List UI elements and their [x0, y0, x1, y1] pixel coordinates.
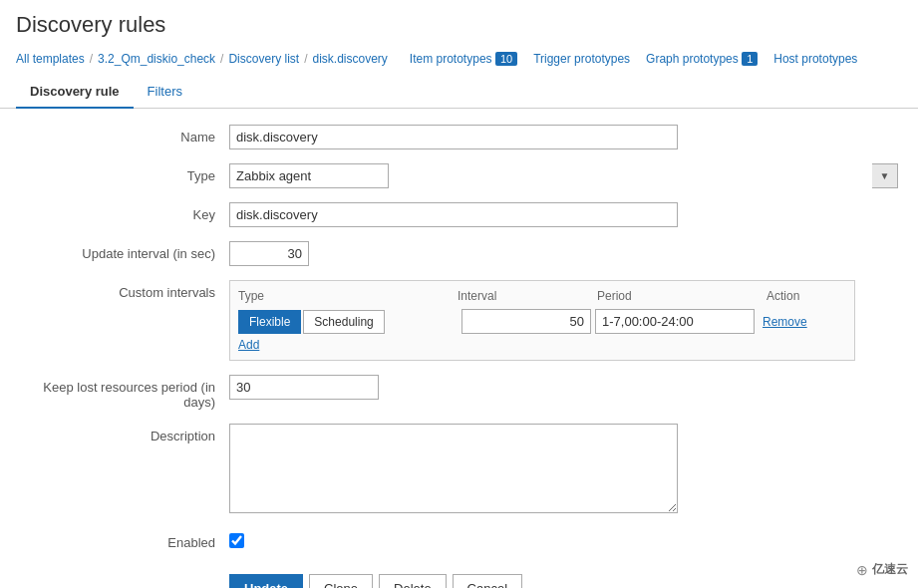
- enabled-row: Enabled: [20, 530, 898, 550]
- update-interval-input[interactable]: [229, 241, 309, 266]
- enabled-field: [229, 530, 898, 548]
- key-label: Key: [20, 202, 229, 222]
- nav-trigger-prototypes[interactable]: Trigger prototypes: [533, 52, 630, 66]
- col-period-header: Period: [597, 289, 766, 303]
- custom-intervals-container: Type Interval Period Action Flexible Sch…: [229, 280, 855, 361]
- col-interval-header: Interval: [458, 289, 597, 303]
- name-row: Name: [20, 125, 898, 149]
- description-textarea[interactable]: [229, 424, 678, 513]
- update-interval-row: Update interval (in sec): [20, 241, 898, 266]
- form-container: Name Type Zabbix agent Zabbix agent (act…: [0, 109, 918, 588]
- nav-graph-prototypes[interactable]: Graph prototypes 1: [646, 52, 758, 66]
- intervals-header: Type Interval Period Action: [238, 289, 846, 303]
- interval-row-0: Flexible Scheduling Remove: [238, 309, 846, 334]
- breadcrumb-discovery-list[interactable]: Discovery list: [228, 52, 299, 66]
- tab-filters[interactable]: Filters: [134, 76, 196, 109]
- breadcrumb-sep-3: /: [304, 52, 307, 66]
- breadcrumb-sep-1: /: [90, 52, 93, 66]
- breadcrumb-disk-discovery[interactable]: disk.discovery: [312, 52, 387, 66]
- period-value-input[interactable]: [595, 309, 755, 334]
- description-row: Description: [20, 424, 898, 516]
- key-row: Key: [20, 202, 898, 227]
- page-header: Discovery rules All templates / 3.2_Qm_d…: [0, 0, 918, 109]
- name-field: [229, 125, 898, 149]
- col-action-header: Action: [766, 289, 846, 303]
- page-title: Discovery rules: [16, 12, 902, 38]
- enabled-checkbox[interactable]: [229, 533, 244, 548]
- keep-lost-input[interactable]: [229, 375, 379, 400]
- custom-intervals-row: Custom intervals Type Interval Period Ac…: [20, 280, 898, 361]
- update-button[interactable]: Update: [229, 574, 303, 588]
- form-actions: Update Clone Delete Cancel: [20, 564, 898, 588]
- description-field: [229, 424, 898, 516]
- add-interval-button[interactable]: Add: [238, 338, 259, 352]
- remove-button[interactable]: Remove: [763, 315, 807, 329]
- nav-item-prototypes[interactable]: Item prototypes 10: [410, 52, 517, 66]
- interval-value-input[interactable]: [461, 309, 591, 334]
- key-field: [229, 202, 898, 227]
- keep-lost-field: [229, 375, 898, 400]
- breadcrumb-sep-2: /: [220, 52, 223, 66]
- type-select-wrapper: Zabbix agent Zabbix agent (active) Simpl…: [229, 163, 898, 188]
- enabled-checkbox-wrapper: [229, 530, 898, 548]
- tab-discovery-rule[interactable]: Discovery rule: [16, 76, 134, 109]
- watermark: ⊕ 亿速云: [856, 561, 908, 578]
- cancel-button[interactable]: Cancel: [453, 574, 522, 588]
- name-input[interactable]: [229, 125, 678, 149]
- update-interval-field: [229, 241, 898, 266]
- custom-intervals-field: Type Interval Period Action Flexible Sch…: [229, 280, 898, 361]
- keep-lost-row: Keep lost resources period (in days): [20, 375, 898, 410]
- btn-scheduling[interactable]: Scheduling: [303, 310, 384, 334]
- enabled-label: Enabled: [20, 530, 229, 550]
- select-arrow-icon: ▼: [872, 163, 898, 188]
- watermark-text: 亿速云: [872, 561, 908, 578]
- description-label: Description: [20, 424, 229, 443]
- delete-button[interactable]: Delete: [379, 574, 447, 588]
- update-interval-label: Update interval (in sec): [20, 241, 229, 261]
- breadcrumb-template[interactable]: 3.2_Qm_diskio_check: [98, 52, 215, 66]
- key-input[interactable]: [229, 202, 678, 227]
- type-select[interactable]: Zabbix agent Zabbix agent (active) Simpl…: [229, 163, 389, 188]
- tab-bar: Discovery rule Filters: [0, 76, 918, 109]
- keep-lost-label: Keep lost resources period (in days): [20, 375, 229, 410]
- name-label: Name: [20, 125, 229, 145]
- type-label: Type: [20, 163, 229, 183]
- col-type-header: Type: [238, 289, 458, 303]
- type-row: Type Zabbix agent Zabbix agent (active) …: [20, 163, 898, 188]
- nav-host-prototypes[interactable]: Host prototypes: [773, 52, 857, 66]
- btn-flexible[interactable]: Flexible: [238, 310, 301, 334]
- clone-button[interactable]: Clone: [309, 574, 373, 588]
- breadcrumb: All templates / 3.2_Qm_diskio_check / Di…: [0, 46, 918, 72]
- custom-intervals-label: Custom intervals: [20, 280, 229, 300]
- breadcrumb-all-templates[interactable]: All templates: [16, 52, 85, 66]
- type-field: Zabbix agent Zabbix agent (active) Simpl…: [229, 163, 898, 188]
